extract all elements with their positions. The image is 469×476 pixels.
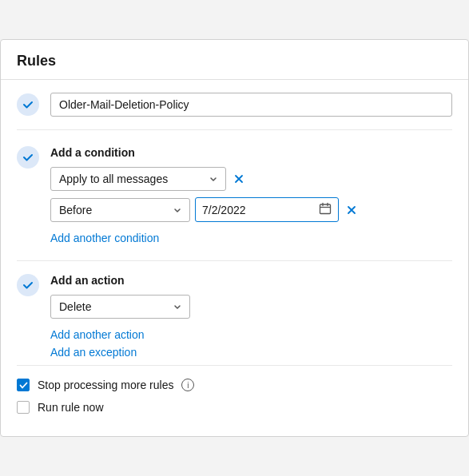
panel-body: Add a condition Apply to all messages (1, 80, 468, 436)
add-exception-button[interactable]: Add an exception (50, 346, 137, 359)
action-type-chevron (173, 300, 181, 313)
condition-type-remove-button[interactable] (231, 171, 247, 187)
section-divider-1 (17, 260, 452, 261)
condition-dropdown-row: Apply to all messages (50, 167, 452, 191)
action-check-icon (17, 274, 39, 296)
rule-name-check-icon (17, 93, 39, 116)
add-another-action-button[interactable]: Add another action (50, 328, 145, 341)
run-rule-checkbox[interactable] (17, 401, 30, 414)
action-type-value: Delete (59, 300, 91, 313)
svg-rect-0 (320, 204, 331, 214)
date-condition-value: Before (59, 204, 92, 216)
section-divider-2 (17, 365, 452, 366)
panel-title: Rules (17, 53, 56, 69)
action-content: Add an action Delete Add another action … (50, 274, 452, 359)
add-another-condition-button[interactable]: Add another condition (50, 232, 159, 244)
rule-name-input[interactable] (50, 93, 452, 117)
date-condition-chevron (173, 204, 181, 216)
condition-section: Add a condition Apply to all messages (17, 146, 452, 244)
panel-header: Rules (1, 40, 468, 80)
condition-type-value: Apply to all messages (59, 173, 168, 185)
calendar-icon[interactable] (319, 202, 332, 217)
date-input-wrapper (195, 197, 339, 222)
rule-name-row (17, 93, 452, 130)
run-rule-row: Run rule now (17, 401, 452, 414)
action-type-dropdown[interactable]: Delete (50, 295, 190, 319)
rules-panel: Rules Add a condition (0, 39, 469, 437)
condition-label: Add a condition (50, 146, 452, 159)
action-section: Add an action Delete Add another action … (17, 274, 452, 359)
stop-processing-label: Stop processing more rules (38, 379, 173, 391)
condition-check-icon (17, 146, 39, 169)
stop-processing-checkbox[interactable] (17, 379, 30, 391)
action-dropdown-row: Delete (50, 295, 452, 319)
stop-processing-info-icon[interactable]: i (181, 379, 194, 391)
condition-content: Add a condition Apply to all messages (50, 146, 452, 244)
run-rule-label: Run rule now (38, 401, 104, 414)
condition-type-chevron (209, 173, 217, 185)
action-label: Add an action (50, 274, 452, 287)
condition-type-dropdown[interactable]: Apply to all messages (50, 167, 226, 191)
date-condition-remove-button[interactable] (344, 202, 360, 218)
date-input[interactable] (202, 204, 314, 216)
date-condition-row: Before (50, 197, 452, 222)
stop-processing-row: Stop processing more rules i (17, 379, 452, 391)
date-condition-dropdown[interactable]: Before (50, 198, 190, 222)
